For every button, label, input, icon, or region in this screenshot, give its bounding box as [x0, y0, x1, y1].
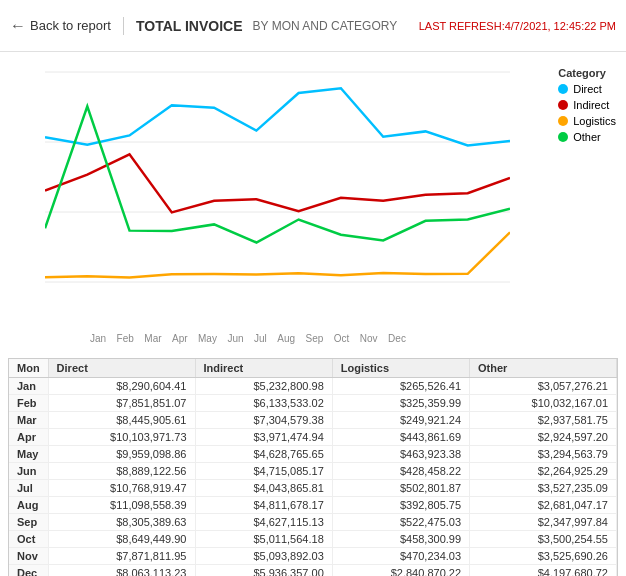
- table-cell: $8,445,905.61: [48, 412, 195, 429]
- table-cell: $3,057,276.21: [470, 378, 617, 395]
- table-row: Sep$8,305,389.63$4,627,115.13$522,475.03…: [9, 514, 617, 531]
- table-cell: $502,801.87: [332, 480, 469, 497]
- legend-item-other: Other: [558, 131, 616, 143]
- table-cell: Dec: [9, 565, 48, 577]
- table-cell: $325,359.99: [332, 395, 469, 412]
- x-label-feb: Feb: [117, 333, 134, 344]
- table-cell: $5,232,800.98: [195, 378, 332, 395]
- logistics-line: [45, 232, 510, 277]
- table-cell: $4,811,678.17: [195, 497, 332, 514]
- chart-area: Category Direct Indirect Logistics Other…: [0, 52, 626, 352]
- table-cell: $4,197,680.72: [470, 565, 617, 577]
- col-header-mon: Mon: [9, 359, 48, 378]
- table-cell: $2,840,870.22: [332, 565, 469, 577]
- table-cell: Jun: [9, 463, 48, 480]
- legend-title: Category: [558, 67, 616, 79]
- table-cell: $4,043,865.81: [195, 480, 332, 497]
- table-cell: $8,305,389.63: [48, 514, 195, 531]
- table-row: May$9,959,098.86$4,628,765.65$463,923.38…: [9, 446, 617, 463]
- table-cell: May: [9, 446, 48, 463]
- table-cell: Feb: [9, 395, 48, 412]
- col-header-direct: Direct: [48, 359, 195, 378]
- back-button[interactable]: ← Back to report: [10, 17, 124, 35]
- other-line: [45, 106, 510, 242]
- legend-item-logistics: Logistics: [558, 115, 616, 127]
- table-cell: $443,861.69: [332, 429, 469, 446]
- table-cell: $3,971,474.94: [195, 429, 332, 446]
- table-cell: $2,264,925.29: [470, 463, 617, 480]
- page-subtitle: BY MON AND CATEGORY: [253, 19, 398, 33]
- col-header-other: Other: [470, 359, 617, 378]
- data-table: Mon Direct Indirect Logistics Other Jan$…: [8, 358, 618, 576]
- table-row: Oct$8,649,449.90$5,011,564.18$458,300.99…: [9, 531, 617, 548]
- table-cell: Apr: [9, 429, 48, 446]
- x-axis: Jan Feb Mar Apr May Jun Jul Aug Sep Oct …: [90, 333, 406, 344]
- table-cell: Nov: [9, 548, 48, 565]
- legend-label-direct: Direct: [573, 83, 602, 95]
- table-cell: $463,923.38: [332, 446, 469, 463]
- table-cell: $2,681,047.17: [470, 497, 617, 514]
- table-cell: $11,098,558.39: [48, 497, 195, 514]
- table-header-row: Mon Direct Indirect Logistics Other: [9, 359, 617, 378]
- back-label: Back to report: [30, 18, 111, 33]
- table-cell: $3,527,235.09: [470, 480, 617, 497]
- refresh-timestamp: LAST REFRESH:4/7/2021, 12:45:22 PM: [419, 20, 616, 32]
- legend-item-direct: Direct: [558, 83, 616, 95]
- table-cell: $8,889,122.56: [48, 463, 195, 480]
- logistics-dot: [558, 116, 568, 126]
- table-cell: $7,851,851.07: [48, 395, 195, 412]
- indirect-dot: [558, 100, 568, 110]
- page-title: TOTAL INVOICE: [136, 18, 243, 34]
- x-label-dec: Dec: [388, 333, 406, 344]
- legend-label-logistics: Logistics: [573, 115, 616, 127]
- table-row: Apr$10,103,971.73$3,971,474.94$443,861.6…: [9, 429, 617, 446]
- table-cell: $4,715,085.17: [195, 463, 332, 480]
- table-cell: $392,805.75: [332, 497, 469, 514]
- table-cell: $522,475.03: [332, 514, 469, 531]
- table-cell: $5,011,564.18: [195, 531, 332, 548]
- back-arrow-icon: ←: [10, 17, 26, 35]
- line-chart: $0M $5M $10M: [45, 62, 510, 312]
- table-cell: $249,921.24: [332, 412, 469, 429]
- table-cell: $2,924,597.20: [470, 429, 617, 446]
- table-cell: $10,103,971.73: [48, 429, 195, 446]
- table-cell: $2,347,997.84: [470, 514, 617, 531]
- x-label-aug: Aug: [277, 333, 295, 344]
- table-cell: Sep: [9, 514, 48, 531]
- table-row: Feb$7,851,851.07$6,133,533.02$325,359.99…: [9, 395, 617, 412]
- direct-dot: [558, 84, 568, 94]
- chart-legend: Category Direct Indirect Logistics Other: [558, 67, 616, 147]
- table-row: Jul$10,768,919.47$4,043,865.81$502,801.8…: [9, 480, 617, 497]
- table-cell: $3,500,254.55: [470, 531, 617, 548]
- table-row: Nov$7,871,811.95$5,093,892.03$470,234.03…: [9, 548, 617, 565]
- table-cell: $6,133,533.02: [195, 395, 332, 412]
- legend-item-indirect: Indirect: [558, 99, 616, 111]
- table-row: Aug$11,098,558.39$4,811,678.17$392,805.7…: [9, 497, 617, 514]
- table-cell: $458,300.99: [332, 531, 469, 548]
- table-cell: $3,525,690.26: [470, 548, 617, 565]
- table-cell: $5,093,892.03: [195, 548, 332, 565]
- x-label-jul: Jul: [254, 333, 267, 344]
- table-cell: $5,936,357.00: [195, 565, 332, 577]
- table-row: Jan$8,290,604.41$5,232,800.98$265,526.41…: [9, 378, 617, 395]
- x-label-jan: Jan: [90, 333, 106, 344]
- table-cell: $8,649,449.90: [48, 531, 195, 548]
- table-cell: Aug: [9, 497, 48, 514]
- table-cell: $8,290,604.41: [48, 378, 195, 395]
- legend-label-indirect: Indirect: [573, 99, 609, 111]
- table-cell: $9,959,098.86: [48, 446, 195, 463]
- table-cell: $265,526.41: [332, 378, 469, 395]
- x-label-may: May: [198, 333, 217, 344]
- table-cell: Jan: [9, 378, 48, 395]
- table-cell: $4,628,765.65: [195, 446, 332, 463]
- table-cell: $7,304,579.38: [195, 412, 332, 429]
- table-cell: $7,871,811.95: [48, 548, 195, 565]
- other-dot: [558, 132, 568, 142]
- table-cell: $470,234.03: [332, 548, 469, 565]
- table-cell: $428,458.22: [332, 463, 469, 480]
- table-row: Jun$8,889,122.56$4,715,085.17$428,458.22…: [9, 463, 617, 480]
- table-cell: $3,294,563.79: [470, 446, 617, 463]
- table-cell: Mar: [9, 412, 48, 429]
- table-cell: $8,063,113.23: [48, 565, 195, 577]
- table-cell: $4,627,115.13: [195, 514, 332, 531]
